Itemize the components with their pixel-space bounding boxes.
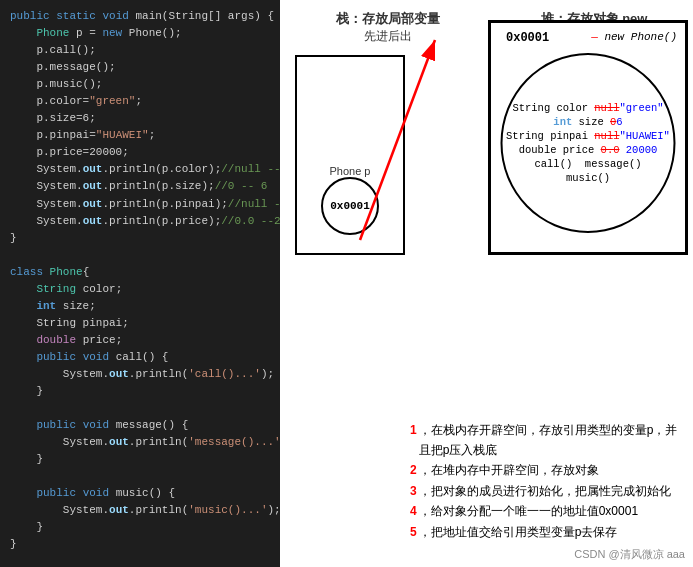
diagram-panel: 栈：存放局部变量 先进后出 堆：存放对象 new Phone p 0x0001 … bbox=[280, 0, 693, 567]
note-5: 5 ，把地址值交给引用类型变量p去保存 bbox=[410, 522, 688, 542]
code-line-13: System.out.println(p.price);//0.0 --2000… bbox=[10, 213, 270, 230]
heap-field-call-message: call() message() bbox=[534, 158, 641, 170]
notes-section: 1 ，在栈内存开辟空间，存放引用类型的变量p，并且把p压入栈底 2 ，在堆内存中… bbox=[410, 420, 688, 542]
watermark: CSDN @清风微凉 aaa bbox=[574, 547, 685, 562]
code-line-22: System.out.println('call()...'); bbox=[10, 366, 270, 383]
heap-addr: 0x0001 bbox=[506, 31, 549, 45]
heap-field-pinpai: String pinpai null"HUAWEI" bbox=[506, 130, 670, 142]
code-line-31: } bbox=[10, 519, 270, 536]
code-line-23: } bbox=[10, 383, 270, 400]
code-line-5: p.music(); bbox=[10, 76, 270, 93]
heap-field-size: int size 06 bbox=[553, 116, 622, 128]
code-line-32: } bbox=[10, 536, 270, 553]
stack-phone-addr: 0x0001 bbox=[330, 200, 370, 212]
heap-new-phone: — new Phone() bbox=[591, 31, 677, 43]
note-1: 1 ，在栈内存开辟空间，存放引用类型的变量p，并且把p压入栈底 bbox=[410, 420, 688, 461]
note-2: 2 ，在堆内存中开辟空间，存放对象 bbox=[410, 460, 688, 480]
code-line-9: p.price=20000; bbox=[10, 144, 270, 161]
code-line-2: Phone p = new Phone(); bbox=[10, 25, 270, 42]
code-line-26: System.out.println('message()...'); bbox=[10, 434, 270, 451]
code-line-10: System.out.println(p.color);//null --gre… bbox=[10, 161, 270, 178]
main-container: public static void main(String[] args) {… bbox=[0, 0, 693, 567]
code-line-28 bbox=[10, 468, 270, 485]
code-line-11: System.out.println(p.size);//0 -- 6 bbox=[10, 178, 270, 195]
code-line-16: class Phone{ bbox=[10, 264, 270, 281]
heap-box: 0x0001 — new Phone() String color null"g… bbox=[488, 20, 688, 255]
code-line-27: } bbox=[10, 451, 270, 468]
code-line-4: p.message(); bbox=[10, 59, 270, 76]
code-line-29: public void music() { bbox=[10, 485, 270, 502]
note-3: 3 ，把对象的成员进行初始化，把属性完成初始化 bbox=[410, 481, 688, 501]
code-line-20: double price; bbox=[10, 332, 270, 349]
code-panel: public static void main(String[] args) {… bbox=[0, 0, 280, 567]
stack-phone-label: Phone p bbox=[330, 165, 371, 177]
code-line-30: System.out.println('music()...'); bbox=[10, 502, 270, 519]
code-line-17: String color; bbox=[10, 281, 270, 298]
code-line-1: public static void main(String[] args) { bbox=[10, 8, 270, 25]
code-line-24 bbox=[10, 400, 270, 417]
code-line-18: int size; bbox=[10, 298, 270, 315]
stack-phone-container: Phone p 0x0001 bbox=[321, 165, 379, 235]
stack-title: 栈：存放局部变量 bbox=[336, 10, 440, 28]
stack-circle: 0x0001 bbox=[321, 177, 379, 235]
code-line-12: System.out.println(p.pinpai);//null --HU… bbox=[10, 196, 270, 213]
heap-field-price: double price 0.0 20000 bbox=[519, 144, 658, 156]
stack-subtitle: 先进后出 bbox=[364, 28, 412, 45]
stack-box: Phone p 0x0001 bbox=[295, 55, 405, 255]
code-line-6: p.color="green"; bbox=[10, 93, 270, 110]
heap-field-music: music() bbox=[566, 172, 610, 184]
code-line-19: String pinpai; bbox=[10, 315, 270, 332]
note-4: 4 ，给对象分配一个唯一一的地址值0x0001 bbox=[410, 501, 688, 521]
code-line-14: } bbox=[10, 230, 270, 247]
code-line-7: p.size=6; bbox=[10, 110, 270, 127]
code-line-3: p.call(); bbox=[10, 42, 270, 59]
code-line-21: public void call() { bbox=[10, 349, 270, 366]
code-line-8: p.pinpai="HUAWEI"; bbox=[10, 127, 270, 144]
code-line-15 bbox=[10, 247, 270, 264]
heap-field-color: String color null"green" bbox=[512, 102, 663, 114]
heap-circle: String color null"green" int size 06 Str… bbox=[501, 53, 676, 233]
code-line-25: public void message() { bbox=[10, 417, 270, 434]
